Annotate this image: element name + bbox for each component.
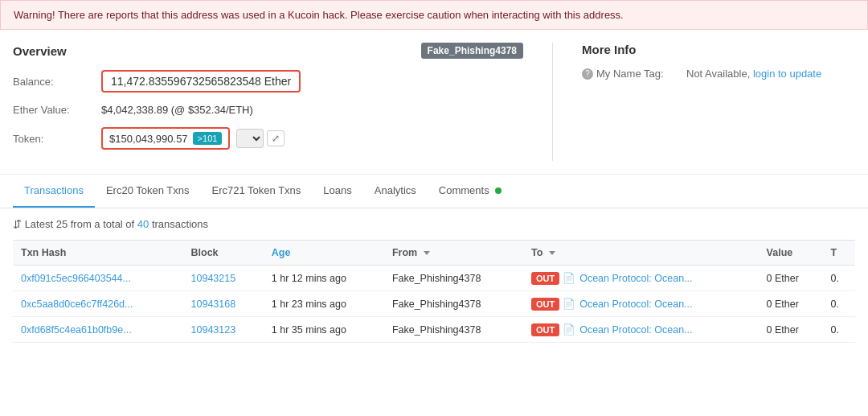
- transactions-table: Txn Hash Block Age From To Value T 0xf09…: [13, 240, 855, 343]
- tab-erc721[interactable]: Erc721 Token Txns: [201, 175, 313, 208]
- age-cell: 1 hr 12 mins ago: [264, 266, 384, 291]
- col-from: From: [384, 241, 523, 266]
- to-filter-icon[interactable]: [549, 251, 555, 255]
- to-link[interactable]: Ocean Protocol: Ocean...: [579, 324, 692, 336]
- token-value: $150,043,990.57: [109, 133, 188, 145]
- table-summary: ⇵ Latest 25 from a total of 40 transacti…: [13, 218, 855, 230]
- direction-badge: OUT: [531, 298, 559, 311]
- col-age[interactable]: Age: [264, 241, 384, 266]
- doc-icon: 📄: [563, 299, 575, 310]
- block-cell: 10943123: [183, 317, 264, 343]
- block-cell: 10943215: [183, 266, 264, 291]
- value-cell: 0 Ether: [759, 291, 823, 317]
- txn-hash-cell: 0xf091c5ec966403544...: [13, 266, 183, 291]
- tab-comments[interactable]: Comments: [428, 175, 513, 208]
- table-section: ⇵ Latest 25 from a total of 40 transacti…: [0, 208, 868, 343]
- from-cell: Fake_Phishing4378: [384, 291, 523, 317]
- ether-value: $4,042,338.89 (@ $352.34/ETH): [101, 104, 253, 116]
- col-block: Block: [183, 241, 264, 266]
- col-txn-hash: Txn Hash: [13, 241, 183, 266]
- age-cell: 1 hr 35 mins ago: [264, 317, 384, 343]
- to-cell: OUT 📄 Ocean Protocol: Ocean...: [523, 291, 759, 317]
- to-cell: OUT 📄 Ocean Protocol: Ocean...: [523, 317, 759, 343]
- token-box: $150,043,990.57 >101: [101, 127, 230, 150]
- t-cell: 0.: [823, 266, 855, 291]
- col-t: T: [823, 241, 855, 266]
- overview-section: Overview Fake_Phishing4378 Balance: 11,4…: [13, 43, 523, 161]
- ether-value-row: Ether Value: $4,042,338.89 (@ $352.34/ET…: [13, 104, 523, 116]
- warning-bar: Warning! There are reports that this add…: [0, 0, 868, 30]
- login-link[interactable]: login to update: [753, 68, 821, 80]
- name-tag-label: ? My Name Tag:: [582, 68, 686, 80]
- tabs-section: Transactions Erc20 Token Txns Erc721 Tok…: [0, 175, 868, 208]
- doc-icon: 📄: [563, 273, 575, 284]
- tab-transactions[interactable]: Transactions: [13, 175, 95, 208]
- from-cell: Fake_Phishing4378: [384, 317, 523, 343]
- token-badge: >101: [193, 132, 223, 145]
- overview-header: Overview Fake_Phishing4378: [13, 43, 523, 59]
- more-info-section: More Info ? My Name Tag: Not Available, …: [582, 43, 855, 161]
- block-link[interactable]: 10943168: [191, 299, 236, 310]
- txn-hash-link[interactable]: 0xfd68f5c4ea61b0fb9e...: [21, 324, 132, 336]
- t-cell: 0.: [823, 291, 855, 317]
- table-row: 0xc5aa8d0ce6c7ff426d... 10943168 1 hr 23…: [13, 291, 855, 317]
- value-cell: 0 Ether: [759, 266, 823, 291]
- from-filter-icon[interactable]: [424, 251, 430, 255]
- more-info-title: More Info: [582, 43, 855, 56]
- txn-hash-link[interactable]: 0xf091c5ec966403544...: [21, 273, 131, 284]
- from-cell: Fake_Phishing4378: [384, 266, 523, 291]
- block-cell: 10943168: [183, 291, 264, 317]
- col-value: Value: [759, 241, 823, 266]
- vertical-divider: [552, 43, 553, 161]
- block-link[interactable]: 10943123: [191, 324, 236, 336]
- balance-label: Balance:: [13, 76, 101, 88]
- main-content: Overview Fake_Phishing4378 Balance: 11,4…: [0, 30, 868, 175]
- tab-erc20[interactable]: Erc20 Token Txns: [95, 175, 201, 208]
- table-row: 0xf091c5ec966403544... 10943215 1 hr 12 …: [13, 266, 855, 291]
- table-row: 0xfd68f5c4ea61b0fb9e... 10943123 1 hr 35…: [13, 317, 855, 343]
- txn-hash-link[interactable]: 0xc5aa8d0ce6c7ff426d...: [21, 299, 133, 310]
- direction-badge: OUT: [531, 323, 559, 336]
- block-link[interactable]: 10943215: [191, 273, 236, 284]
- comments-dot: [495, 187, 502, 194]
- warning-text: Warning! There are reports that this add…: [14, 9, 624, 21]
- token-label: Token:: [13, 133, 101, 145]
- tab-analytics[interactable]: Analytics: [363, 175, 428, 208]
- value-cell: 0 Ether: [759, 317, 823, 343]
- t-cell: 0.: [823, 317, 855, 343]
- phishing-badge: Fake_Phishing4378: [421, 43, 523, 59]
- token-row: Token: $150,043,990.57 >101 ⤢: [13, 127, 523, 150]
- balance-row: Balance: 11,472.835596732565823548 Ether: [13, 70, 523, 93]
- tab-loans[interactable]: Loans: [312, 175, 362, 208]
- age-cell: 1 hr 23 mins ago: [264, 291, 384, 317]
- doc-icon: 📄: [563, 324, 575, 336]
- balance-value: 11,472.835596732565823548 Ether: [101, 70, 301, 93]
- expand-icon[interactable]: ⤢: [267, 130, 285, 146]
- name-tag-value: Not Available, login to update: [686, 68, 821, 80]
- to-link[interactable]: Ocean Protocol: Ocean...: [579, 299, 692, 310]
- token-select[interactable]: [236, 129, 264, 148]
- name-tag-row: ? My Name Tag: Not Available, login to u…: [582, 68, 855, 80]
- table-body: 0xf091c5ec966403544... 10943215 1 hr 12 …: [13, 266, 855, 343]
- txn-hash-cell: 0xc5aa8d0ce6c7ff426d...: [13, 291, 183, 317]
- to-cell: OUT 📄 Ocean Protocol: Ocean...: [523, 266, 759, 291]
- col-to: To: [523, 241, 759, 266]
- txn-hash-cell: 0xfd68f5c4ea61b0fb9e...: [13, 317, 183, 343]
- to-link[interactable]: Ocean Protocol: Ocean...: [579, 273, 692, 284]
- table-header: Txn Hash Block Age From To Value T: [13, 241, 855, 266]
- direction-badge: OUT: [531, 272, 559, 285]
- overview-title-text: Overview: [13, 44, 67, 58]
- ether-value-label: Ether Value:: [13, 104, 101, 116]
- question-icon: ?: [582, 68, 593, 80]
